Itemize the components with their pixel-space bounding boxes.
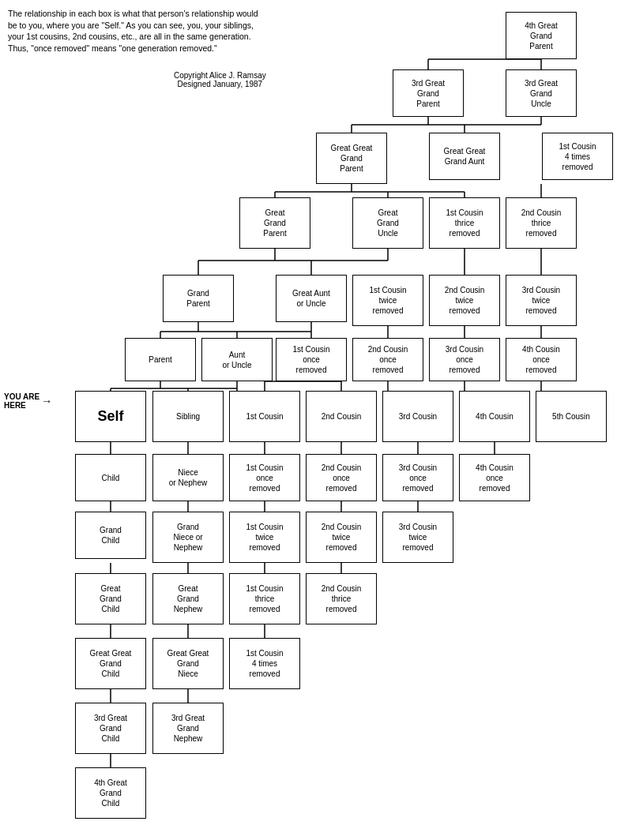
- 1st-cousin-thrice-removed: 1st Cousin thrice removed: [429, 197, 500, 249]
- great-grand-child: Great Grand Child: [75, 573, 146, 624]
- you-are-here-label: YOU AREHERE →: [4, 392, 52, 410]
- 3rd-great-grand-child: 3rd Great Grand Child: [75, 703, 146, 754]
- 4th-great-grand-child: 4th Great Grand Child: [75, 767, 146, 819]
- 1st-cousin-thrice-removed-d: 1st Cousin thrice removed: [229, 573, 300, 624]
- arrow-icon: →: [41, 395, 52, 407]
- niece-nephew: Niece or Nephew: [152, 454, 224, 501]
- 1st-cousin-twice-removed: 1st Cousin twice removed: [352, 275, 423, 326]
- 1st-cousin-4-removed-d: 1st Cousin 4 times removed: [229, 638, 300, 689]
- great-grand-nephew: Great Grand Nephew: [152, 573, 224, 624]
- you-are-here-text: YOU AREHERE: [4, 392, 40, 410]
- copyright-text: Copyright Alice J. Ramsay Designed Janua…: [174, 71, 266, 88]
- description-text: The relationship in each box is what tha…: [8, 8, 269, 54]
- 2nd-cousin: 2nd Cousin: [306, 391, 377, 442]
- 2nd-cousin-thrice-removed-d: 2nd Cousin thrice removed: [306, 573, 377, 624]
- great-grand-uncle: Great Grand Uncle: [352, 197, 423, 249]
- grand-niece-nephew: Grand Niece or Nephew: [152, 512, 224, 563]
- 3rd-cousin-twice-removed: 3rd Cousin twice removed: [506, 275, 577, 326]
- grand-parent: Grand Parent: [163, 275, 234, 322]
- 4th-great-grand-parent: 4th Great Grand Parent: [506, 12, 577, 59]
- 5th-cousin: 5th Cousin: [536, 391, 607, 442]
- sibling: Sibling: [152, 391, 224, 442]
- 2nd-cousin-twice-removed-d: 2nd Cousin twice removed: [306, 512, 377, 563]
- 3rd-cousin: 3rd Cousin: [382, 391, 453, 442]
- great-aunt-uncle: Great Aunt or Uncle: [276, 275, 347, 322]
- 3rd-cousin-once-removed: 3rd Cousin once removed: [429, 338, 500, 381]
- great-great-grand-niece: Great Great Grand Niece: [152, 638, 224, 689]
- great-great-grand-child: Great Great Grand Child: [75, 638, 146, 689]
- 4th-cousin: 4th Cousin: [459, 391, 530, 442]
- self: Self: [75, 391, 146, 442]
- 3rd-great-grand-parent: 3rd Great Grand Parent: [393, 69, 464, 117]
- 2nd-cousin-twice-removed: 2nd Cousin twice removed: [429, 275, 500, 326]
- parent: Parent: [125, 338, 196, 381]
- 3rd-great-grand-nephew: 3rd Great Grand Nephew: [152, 703, 224, 754]
- 1st-cousin-twice-removed-d: 1st Cousin twice removed: [229, 512, 300, 563]
- 3rd-cousin-twice-removed-d: 3rd Cousin twice removed: [382, 512, 453, 563]
- 2nd-cousin-once-removed-d: 2nd Cousin once removed: [306, 454, 377, 501]
- child: Child: [75, 454, 146, 501]
- 1st-cousin: 1st Cousin: [229, 391, 300, 442]
- 2nd-cousin-thrice-removed: 2nd Cousin thrice removed: [506, 197, 577, 249]
- 4th-cousin-once-removed-d: 4th Cousin once removed: [459, 454, 530, 501]
- chart-container: The relationship in each box is what tha…: [0, 0, 632, 840]
- 4th-cousin-once-removed: 4th Cousin once removed: [506, 338, 577, 381]
- great-great-grand-parent: Great Great Grand Parent: [316, 133, 387, 184]
- 1st-cousin-once-removed: 1st Cousin once removed: [276, 338, 347, 381]
- great-great-grand-aunt: Great Great Grand Aunt: [429, 133, 500, 180]
- 1st-cousin-4-removed: 1st Cousin 4 times removed: [542, 133, 613, 180]
- 2nd-cousin-once-removed: 2nd Cousin once removed: [352, 338, 423, 381]
- 1st-cousin-once-removed-d: 1st Cousin once removed: [229, 454, 300, 501]
- 3rd-great-grand-uncle: 3rd Great Grand Uncle: [506, 69, 577, 117]
- great-grand-parent: Great Grand Parent: [239, 197, 310, 249]
- grand-child: Grand Child: [75, 512, 146, 559]
- 3rd-cousin-once-removed-d: 3rd Cousin once removed: [382, 454, 453, 501]
- aunt-uncle: Aunt or Uncle: [201, 338, 273, 381]
